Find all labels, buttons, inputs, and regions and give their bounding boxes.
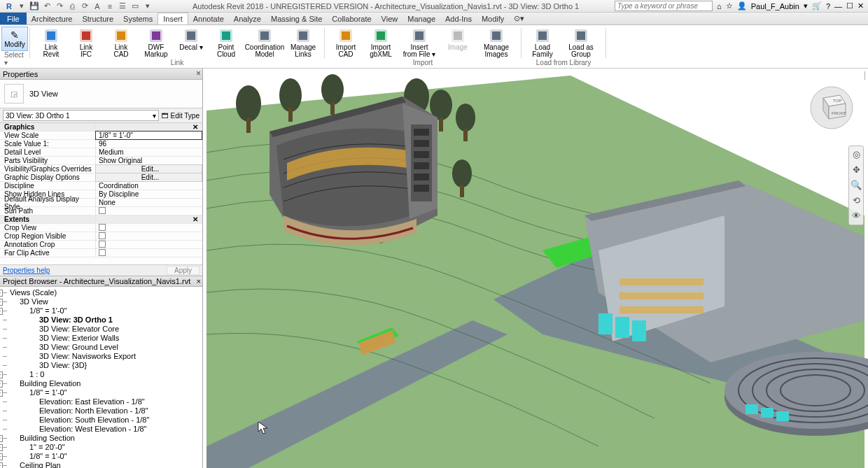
maximize-icon[interactable]: ☐ xyxy=(846,1,853,10)
project-browser-tree[interactable]: Views (Scale)3D View1/8" = 1'-0"3D View:… xyxy=(0,287,202,468)
import-gbxml-button[interactable]: ImportgbXML xyxy=(364,27,398,59)
tree-node[interactable]: 1" = 20'-0" xyxy=(0,443,202,452)
prop-row[interactable]: Crop Region Visible xyxy=(0,232,202,241)
tab-add-ins[interactable]: Add-Ins xyxy=(440,13,477,24)
prop-value[interactable]: Medium xyxy=(95,148,202,156)
save-icon[interactable]: 💾 xyxy=(29,1,39,11)
tab-modify[interactable]: Modify xyxy=(477,13,509,24)
pan-icon[interactable]: ✥ xyxy=(850,164,862,176)
prop-row[interactable]: View Scale1/8" = 1'-0" xyxy=(0,132,202,140)
link-revit-button[interactable]: LinkRevit xyxy=(34,27,68,59)
prop-row[interactable]: Detail LevelMedium xyxy=(0,148,202,157)
import-cad-button[interactable]: ImportCAD xyxy=(329,27,363,59)
tree-node[interactable]: 1/8" = 1'-0" xyxy=(0,388,202,397)
viewcube[interactable]: TOP FRONT xyxy=(809,85,854,130)
properties-title[interactable]: Properties × xyxy=(0,69,202,80)
prop-value[interactable] xyxy=(95,207,202,215)
app-icon[interactable]: R xyxy=(4,1,14,11)
help-icon[interactable]: ? xyxy=(826,2,830,10)
search-input[interactable] xyxy=(615,1,713,11)
orbit-icon[interactable]: ⟲ xyxy=(850,195,862,206)
project-browser-close-icon[interactable]: × xyxy=(197,277,201,285)
type-selector[interactable]: 3D View: 3D Ortho 1▾ xyxy=(3,110,159,121)
tree-node[interactable]: 3D View xyxy=(0,297,202,306)
user-icon[interactable]: 👤 xyxy=(737,1,747,10)
tree-node[interactable]: 3D View: {3D} xyxy=(0,361,202,370)
prop-value[interactable]: Coordination xyxy=(95,182,202,190)
apply-button[interactable]: Apply xyxy=(167,266,200,275)
prop-value[interactable]: 96 xyxy=(95,140,202,148)
tab-manage[interactable]: Manage xyxy=(402,13,440,24)
infocenter-icon[interactable]: ⌂ xyxy=(717,2,722,10)
insert-file-button[interactable]: Insertfrom File ▾ xyxy=(399,27,440,59)
redo-icon[interactable]: ↷ xyxy=(55,1,64,11)
tree-node[interactable]: 1 : 0 xyxy=(0,370,202,379)
tab-context[interactable]: ⊙▾ xyxy=(509,13,529,24)
tree-node[interactable]: Views (Scale) xyxy=(0,288,202,297)
coord-button[interactable]: CoordinationModel xyxy=(244,27,285,59)
tree-node[interactable]: Elevation: West Elevation - 1/8" xyxy=(0,425,202,434)
project-browser-title[interactable]: Project Browser - Architecture_Visualiza… xyxy=(0,276,202,287)
point-cloud-button[interactable]: PointCloud xyxy=(209,27,243,59)
tree-node[interactable]: 1/8" = 1'-0" xyxy=(0,306,202,315)
prop-row[interactable]: Sun Path xyxy=(0,207,202,215)
decal-button[interactable]: Decal ▾ xyxy=(174,27,208,59)
tree-node[interactable]: 3D View: Navisworks Export xyxy=(0,352,202,361)
prop-value[interactable]: Show Original xyxy=(95,157,202,164)
prop-row[interactable]: Default Analysis Display StyleNone xyxy=(0,199,202,207)
prop-row[interactable]: DisciplineCoordination xyxy=(0,182,202,190)
sync-icon[interactable]: ⟳ xyxy=(80,1,90,11)
edit-type-button[interactable]: 🗔 Edit Type xyxy=(162,112,200,120)
load-family-button[interactable]: LoadFamily xyxy=(526,27,559,59)
model-canvas[interactable] xyxy=(203,69,868,468)
tab-analyze[interactable]: Analyze xyxy=(229,13,266,24)
select-panel-label[interactable]: Select ▾ xyxy=(4,51,25,66)
prop-value[interactable]: Edit... xyxy=(95,173,202,182)
prop-value[interactable]: None xyxy=(95,199,202,206)
open-icon[interactable]: ▾ xyxy=(17,1,27,11)
measure-icon[interactable]: A xyxy=(92,1,102,11)
prop-section[interactable]: Extents✕ xyxy=(0,215,202,224)
prop-value[interactable] xyxy=(95,224,202,232)
prop-row[interactable]: Annotation Crop xyxy=(0,241,202,249)
prop-value[interactable] xyxy=(95,249,202,257)
close-window-icon[interactable]: ✕ xyxy=(858,1,864,10)
link-ifc-button[interactable]: LinkIFC xyxy=(69,27,103,59)
thin-lines-icon[interactable]: ≡ xyxy=(105,1,115,11)
undo-icon[interactable]: ↶ xyxy=(42,1,52,11)
properties-close-icon[interactable]: × xyxy=(196,69,201,78)
tree-node[interactable]: Elevation: East Elevation - 1/8" xyxy=(0,397,202,406)
manage-links-button[interactable]: ManageLinks xyxy=(286,27,320,59)
properties-help-link[interactable]: Properties help xyxy=(3,267,50,274)
prop-value[interactable] xyxy=(95,232,202,241)
tab-file[interactable]: File xyxy=(0,13,27,24)
tab-insert[interactable]: Insert xyxy=(158,13,188,24)
qat-more-icon[interactable]: ▾ xyxy=(143,1,153,11)
manage-images-button[interactable]: ManageImages xyxy=(476,27,517,59)
viewport[interactable]: – ◫ ☐ × xyxy=(203,69,868,468)
steering-wheel-icon[interactable]: ◎ xyxy=(850,149,862,160)
tab-view[interactable]: View xyxy=(377,13,403,24)
prop-value[interactable] xyxy=(95,241,202,249)
look-icon[interactable]: 👁 xyxy=(850,211,862,222)
tree-node[interactable]: Ceiling Plan xyxy=(0,461,202,468)
tree-node[interactable]: 3D View: Ground Level xyxy=(0,343,202,352)
prop-row[interactable]: Crop View xyxy=(0,224,202,232)
modify-button[interactable]: ✎ Modify xyxy=(1,27,28,51)
tab-systems[interactable]: Systems xyxy=(118,13,158,24)
tab-collaborate[interactable]: Collaborate xyxy=(327,13,376,24)
tab-architecture[interactable]: Architecture xyxy=(27,13,78,24)
link-cad-button[interactable]: LinkCAD xyxy=(104,27,138,59)
app-exchange-icon[interactable]: ▾ xyxy=(804,1,808,10)
prop-value[interactable]: By Discipline xyxy=(95,190,202,198)
tree-node[interactable]: Building Elevation xyxy=(0,379,202,388)
tree-node[interactable]: Building Section xyxy=(0,434,202,443)
zoom-icon[interactable]: 🔍 xyxy=(850,180,862,191)
prop-value[interactable]: 1/8" = 1'-0" xyxy=(95,131,202,140)
prop-row[interactable]: Scale Value 1:96 xyxy=(0,140,202,148)
load-group-button[interactable]: Load asGroup xyxy=(561,27,601,59)
print-icon[interactable]: ⎙ xyxy=(67,1,77,11)
minimize-icon[interactable]: — xyxy=(834,2,842,10)
prop-row[interactable]: Far Clip Active xyxy=(0,249,202,257)
prop-row[interactable]: Graphic Display OptionsEdit... xyxy=(0,173,202,182)
